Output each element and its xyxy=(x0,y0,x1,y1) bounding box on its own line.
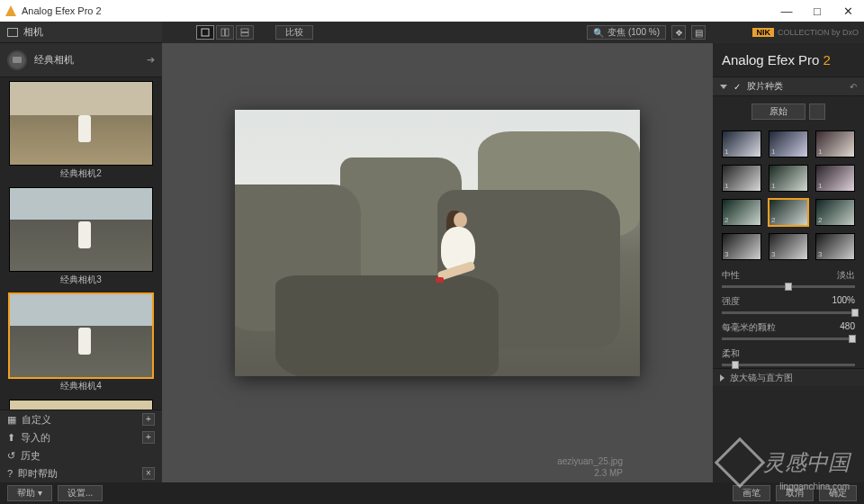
film-swatch[interactable]: 3 xyxy=(815,233,855,260)
right-panel: NIK COLLECTION by DxO Analog Efex Pro 2 … xyxy=(713,22,864,482)
history-icon: ↺ xyxy=(7,450,15,462)
bottom-bar: 帮助▾ 设置... 画笔 取消 确定 xyxy=(0,482,864,504)
svg-rect-0 xyxy=(202,29,209,36)
brush-button[interactable]: 画笔 xyxy=(733,485,770,501)
preset-label: 经典相机4 xyxy=(9,378,153,394)
window-titlebar: Analog Efex Pro 2 — □ ✕ xyxy=(0,0,864,22)
loupe-histogram-section[interactable]: 放大镜与直方图 xyxy=(713,368,864,386)
film-swatch[interactable]: 1 xyxy=(722,165,761,192)
app-title: Analog Efex Pro 2 xyxy=(22,5,776,16)
svg-rect-4 xyxy=(241,33,248,37)
ok-button[interactable]: 确定 xyxy=(819,485,857,501)
revert-icon[interactable]: ↶ xyxy=(850,82,857,92)
canvas[interactable]: aeziyuan_25.jpg 2.3 MP xyxy=(162,43,713,482)
view-single-button[interactable] xyxy=(196,25,214,40)
filename-label: aeziyuan_25.jpg xyxy=(557,456,623,466)
close-button[interactable]: ✕ xyxy=(837,4,859,18)
soft-slider[interactable]: 柔和 xyxy=(713,342,864,368)
zoom-control[interactable]: 🔍 变焦 (100 %) xyxy=(587,25,666,40)
strength-slider[interactable]: 强度100% xyxy=(713,290,864,316)
preset-thumb-selected[interactable] xyxy=(9,293,153,378)
preset-thumb[interactable] xyxy=(9,187,153,272)
film-type-dropdown[interactable] xyxy=(809,104,825,120)
cancel-button[interactable]: 取消 xyxy=(776,485,814,501)
add-button[interactable]: + xyxy=(142,413,155,426)
chevron-right-icon xyxy=(720,374,724,382)
svg-rect-1 xyxy=(221,29,225,36)
view-split-h-button[interactable] xyxy=(216,25,234,40)
search-icon: 🔍 xyxy=(593,28,604,38)
film-type-section[interactable]: ✓ 胶片种类 ↶ xyxy=(713,76,864,96)
section-label: 胶片种类 xyxy=(747,80,783,93)
film-swatch-selected[interactable]: 2 xyxy=(769,199,808,226)
svg-rect-2 xyxy=(226,29,230,36)
view-split-v-button[interactable] xyxy=(236,25,254,40)
center-toolbar: 比较 🔍 变焦 (100 %) ❖ ▤ xyxy=(162,22,713,43)
close-help-button[interactable]: × xyxy=(142,467,155,480)
camera-section-label: 相机 xyxy=(23,25,43,39)
chevron-down-icon xyxy=(720,85,727,89)
check-icon: ✓ xyxy=(733,82,742,91)
film-swatch-grid: 1 1 1 1 1 1 2 2 2 3 3 3 xyxy=(713,127,864,264)
film-swatch[interactable]: 3 xyxy=(769,233,808,260)
brand-bar: NIK COLLECTION by DxO xyxy=(713,22,864,43)
preset-group-label: 经典相机 xyxy=(34,53,74,67)
chevron-right-icon: ➔ xyxy=(147,54,155,66)
chevron-down-icon: ▾ xyxy=(38,486,42,500)
film-swatch[interactable]: 1 xyxy=(769,165,808,192)
app-icon xyxy=(5,5,16,16)
section-imported[interactable]: ⬆导入的+ xyxy=(0,428,162,446)
film-swatch[interactable]: 2 xyxy=(815,199,855,226)
film-swatch[interactable]: 1 xyxy=(815,165,855,192)
film-swatch[interactable]: 1 xyxy=(722,130,761,158)
grain-slider[interactable]: 每毫米的颗粒480 xyxy=(713,316,864,342)
center-panel: 比较 🔍 变焦 (100 %) ❖ ▤ aeziyuan_25.jpg 2.3 … xyxy=(162,22,713,482)
brand-chip: NIK xyxy=(752,28,774,37)
film-type-button[interactable]: 原始 xyxy=(752,104,806,120)
preset-icon xyxy=(7,50,27,70)
product-title: Analog Efex Pro 2 xyxy=(713,43,864,76)
settings-button[interactable]: 设置... xyxy=(58,485,103,501)
film-swatch[interactable]: 1 xyxy=(769,130,808,158)
preset-thumbnails: 经典相机2 经典相机3 经典相机4 xyxy=(0,77,162,410)
megapixels-label: 2.3 MP xyxy=(594,468,623,478)
neutral-fade-slider[interactable]: 中性淡出 xyxy=(713,264,864,290)
camera-section-header[interactable]: 相机 xyxy=(0,22,162,43)
zoom-label: 变焦 (100 %) xyxy=(608,26,660,39)
upload-icon: ⬆ xyxy=(7,432,15,444)
panel-toggle-button[interactable]: ▤ xyxy=(691,25,706,40)
brand-suffix: COLLECTION by DxO xyxy=(778,28,859,37)
preset-group-header[interactable]: 经典相机 ➔ xyxy=(0,43,162,77)
section-history[interactable]: ↺历史 xyxy=(0,446,162,464)
preset-thumb[interactable] xyxy=(9,400,153,410)
svg-rect-3 xyxy=(241,29,248,32)
section-custom[interactable]: ▦自定义+ xyxy=(0,410,162,428)
help-icon: ? xyxy=(7,468,13,479)
preset-label: 经典相机3 xyxy=(9,272,153,288)
add-button[interactable]: + xyxy=(142,431,155,444)
minimize-button[interactable]: — xyxy=(776,4,797,18)
info-button[interactable]: ❖ xyxy=(671,25,686,40)
preset-thumb[interactable] xyxy=(9,81,153,166)
help-button[interactable]: 帮助▾ xyxy=(7,485,52,501)
camera-icon xyxy=(7,28,18,37)
film-swatch[interactable]: 1 xyxy=(815,130,855,158)
view-mode-group xyxy=(196,25,254,40)
preset-label: 经典相机2 xyxy=(9,166,153,182)
preview-image xyxy=(235,110,640,376)
film-swatch[interactable]: 2 xyxy=(722,199,761,226)
section-instant-help[interactable]: ?即时帮助× xyxy=(0,464,162,482)
film-swatch[interactable]: 3 xyxy=(722,233,761,260)
grid-icon: ▦ xyxy=(7,414,16,426)
left-panel: 相机 经典相机 ➔ 经典相机2 经典相机3 经典相机4 ▦ xyxy=(0,22,162,482)
compare-button[interactable]: 比较 xyxy=(275,25,313,40)
maximize-button[interactable]: □ xyxy=(806,4,828,18)
